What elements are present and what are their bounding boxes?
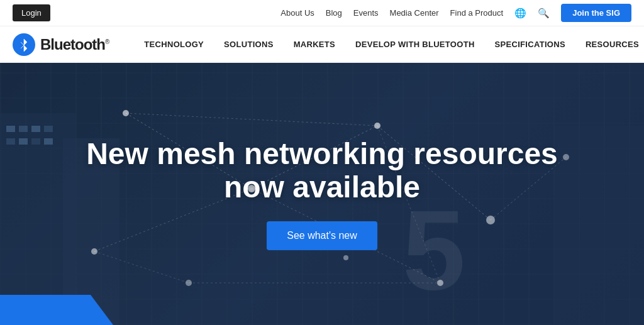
globe-icon[interactable]: 🌐 — [514, 8, 526, 19]
login-button[interactable]: Login — [13, 4, 50, 21]
nav-resources[interactable]: RESOURCES — [575, 26, 644, 63]
main-nav: Bluetooth® TECHNOLOGY SOLUTIONS MARKETS … — [0, 26, 644, 63]
nav-specifications[interactable]: SPECIFICATIONS — [485, 26, 575, 63]
hero-content: New mesh networking resources now availa… — [0, 63, 644, 325]
nav-technology[interactable]: TECHNOLOGY — [134, 26, 214, 63]
hero-title: New mesh networking resources now availa… — [86, 138, 558, 204]
main-nav-links: TECHNOLOGY SOLUTIONS MARKETS DEVELOP WIT… — [134, 26, 644, 63]
top-bar: Login About Us Blog Events Media Center … — [0, 0, 644, 26]
top-bar-left: Login — [13, 4, 50, 21]
nav-blog[interactable]: Blog — [326, 8, 342, 18]
nav-markets[interactable]: MARKETS — [284, 26, 345, 63]
hero-section: 5 New mesh networking resources now avai… — [0, 63, 644, 325]
nav-events[interactable]: Events — [353, 8, 379, 18]
nav-solutions[interactable]: SOLUTIONS — [214, 26, 284, 63]
top-nav: About Us Blog Events Media Center Find a… — [280, 4, 631, 22]
nav-media-center[interactable]: Media Center — [390, 8, 439, 18]
hero-cta-button[interactable]: See what's new — [267, 221, 377, 250]
bluetooth-logo-icon — [13, 33, 35, 56]
logo-area: Bluetooth® — [13, 33, 109, 56]
search-icon[interactable]: 🔍 — [538, 8, 550, 19]
nav-about-us[interactable]: About Us — [280, 8, 314, 18]
nav-develop[interactable]: DEVELOP WITH BLUETOOTH — [345, 26, 485, 63]
bluetooth-wordmark: Bluetooth® — [40, 36, 109, 53]
nav-find-product[interactable]: Find a Product — [450, 8, 504, 18]
join-sig-button[interactable]: Join the SIG — [561, 4, 631, 22]
